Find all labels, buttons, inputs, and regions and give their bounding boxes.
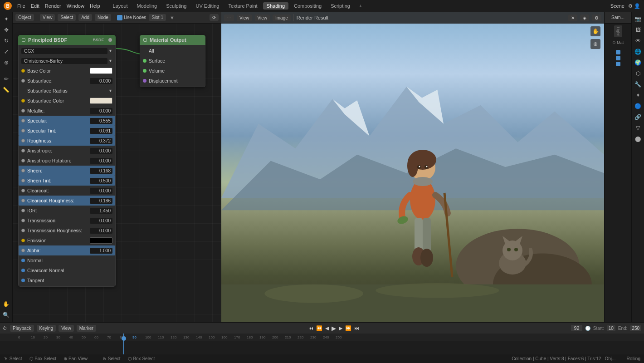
sheen-row[interactable]: Sheen: 0.168 [19,166,115,176]
ne-node-btn[interactable]: Node [95,14,111,21]
menu-render[interactable]: Render [45,3,61,9]
ior-value[interactable]: 1.450 [90,208,112,214]
ri-view-icon[interactable]: 👁 [634,36,643,45]
emission-swatch[interactable] [90,237,112,244]
transmission-roughness-row[interactable]: Transmission Roughness: 0.000 [19,226,115,235]
rp-ligh-label[interactable]: Light [614,25,622,37]
ne-right-btn[interactable]: ⟳ [210,14,219,21]
vp-view-btn[interactable]: ⋯ [224,15,234,21]
metallic-row[interactable]: Metallic: 0.000 [19,106,115,116]
ri-material-icon[interactable]: ⬤ [634,134,643,143]
vp-settings-btn[interactable]: ⚙ [592,15,601,21]
play-begin-btn[interactable]: ⏮ [308,325,313,331]
sidebar-icon-zoom[interactable]: 🔍 [2,310,11,319]
clearcoat-rough-value[interactable]: 0.186 [90,198,112,204]
ri-constraint-icon[interactable]: 🔗 [634,113,643,122]
ri-render-icon[interactable]: 📷 [634,15,643,24]
transmission-row[interactable]: Transmission: 0.000 [19,216,115,226]
vp-close-btn[interactable]: ✕ [568,15,577,21]
bsdf-collapse-btn[interactable] [22,38,25,42]
anisotropic-rotation-row[interactable]: Anisotropic Rotation: 0.000 [19,156,115,166]
tangent-row[interactable]: Tangent [19,275,115,285]
ne-view-btn[interactable]: View [40,14,55,21]
base-color-swatch[interactable] [90,68,112,74]
prev-frame-btn[interactable]: ◀ [325,325,329,331]
sidebar-icon-rotate[interactable]: ↻ [2,36,11,45]
ne-object-btn[interactable]: Object [15,14,34,21]
vp-hand-icon[interactable]: ✋ [590,26,600,36]
ri-particle-icon[interactable]: ⁕ [634,91,643,100]
trans-rough-value[interactable]: 0.000 [90,228,112,234]
vp-zoom-icon[interactable]: ⊕ [590,39,600,49]
vp-icon-btn[interactable]: ◈ [580,15,589,21]
ri-world-icon[interactable]: 🌍 [634,58,643,67]
subsurface-radius-row[interactable]: Subsurface Radius ▼ [19,86,115,96]
menu-file[interactable]: File [17,3,25,9]
sidebar-icon-scale[interactable]: ⤢ [2,47,11,56]
rp-check2[interactable] [616,56,620,60]
clearcoat-roughness-row[interactable]: Clearcoat Roughness: 0.186 [19,196,115,206]
tab-shading[interactable]: Shading [263,2,288,10]
clearcoat-normal-row[interactable]: Clearcoat Normal [19,265,115,275]
timeline-icon[interactable]: ⏱ [3,326,7,331]
next-frame-btn[interactable]: ▶ [339,325,342,331]
transmission-value[interactable]: 0.000 [90,218,112,224]
sidebar-icon-transform[interactable]: ⊕ [2,58,11,67]
roughness-value[interactable]: 0.372 [90,138,112,144]
prev-keyframe-btn[interactable]: ⏪ [316,325,322,331]
menu-window[interactable]: Window [67,3,84,9]
vp-view2-btn[interactable]: View [237,15,252,21]
anisotropic-value[interactable]: 0.000 [90,148,112,154]
sidebar-icon-cursor[interactable]: ✦ [2,15,11,24]
vp-image-btn[interactable]: Image [273,15,291,21]
clearcoat-row[interactable]: Clearcoat: 0.000 [19,186,115,196]
mat-displacement-row[interactable]: Displacement [140,76,205,86]
sheen-tint-row[interactable]: Sheen Tint: 0.500 [19,176,115,186]
specular-tint-value[interactable]: 0.091 [90,128,112,134]
vp-view3-btn[interactable]: View [255,15,270,21]
ri-scene-icon[interactable]: 🌐 [634,47,643,56]
ri-physics-icon[interactable]: 🔵 [634,102,643,111]
ri-object-icon[interactable]: ⬡ [634,69,643,78]
normal-row[interactable]: Normal [19,255,115,265]
keying-btn[interactable]: Keying [37,325,56,332]
rp-material-label[interactable]: ⊙ Mat [610,39,626,46]
alpha-value[interactable]: 1.000 [90,248,112,254]
distribution-select[interactable]: GGX [21,48,107,54]
tab-compositing[interactable]: Compositing [290,2,325,10]
sheen-value[interactable]: 0.168 [90,168,112,174]
mat-volume-row[interactable]: Volume [140,66,205,76]
clearcoat-value[interactable]: 0.000 [90,188,112,194]
tab-texture-paint[interactable]: Texture Paint [224,2,261,10]
mat-output-collapse[interactable] [143,38,147,42]
current-frame-input[interactable]: 92 [571,325,582,331]
start-frame-input[interactable]: 10 [607,325,615,331]
mat-all-row[interactable]: All [140,46,205,56]
ne-slot-btn[interactable]: Slot 1 [149,14,166,21]
ior-row[interactable]: IOR: 1.450 [19,206,115,216]
ri-data-icon[interactable]: ▽ [634,123,643,132]
end-frame-input[interactable]: 250 [630,325,641,331]
tab-sculpting[interactable]: Sculpting [162,2,190,10]
ne-select-btn[interactable]: Select [58,14,76,21]
sidebar-icon-annotate[interactable]: ✏ [2,74,11,83]
next-keyframe-btn[interactable]: ⏩ [345,325,351,331]
tab-uv-editing[interactable]: UV Editing [192,2,223,10]
tab-modeling[interactable]: Modeling [133,2,161,10]
tab-scripting[interactable]: Scripting [327,2,354,10]
subsurface-row[interactable]: Subsurface: 0.000 [19,76,115,86]
ri-modifier-icon[interactable]: 🔧 [634,80,643,89]
base-color-row[interactable]: Base Color [19,66,115,76]
subsurface-color-row[interactable]: Subsurface Color [19,96,115,106]
sidebar-icon-hand[interactable]: ✋ [2,299,11,309]
metallic-value[interactable]: 0.000 [90,108,112,114]
roughness-row[interactable]: Roughness: 0.372 [19,136,115,146]
sheen-tint-value[interactable]: 0.500 [90,178,112,184]
alpha-row[interactable]: Alpha: 1.000 [19,245,115,255]
specular-row[interactable]: Specular: 0.555 [19,116,115,126]
marker-btn[interactable]: Marker [77,325,96,332]
rp-check1[interactable] [616,50,620,54]
view-btn[interactable]: View [59,325,74,332]
subsurface-value[interactable]: 0.000 [90,78,112,84]
menu-edit[interactable]: Edit [31,3,39,9]
